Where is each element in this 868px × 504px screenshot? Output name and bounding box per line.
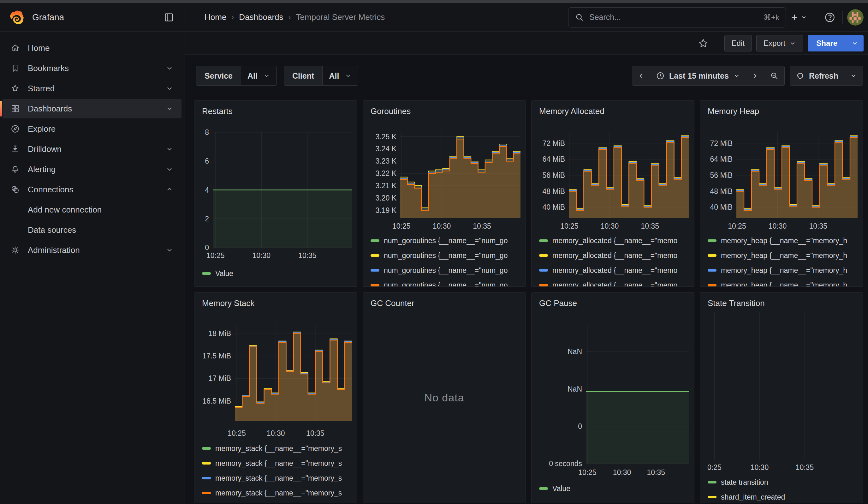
legend-label: memory_allocated {__name__="memo — [552, 251, 678, 260]
breadcrumb-dashboards[interactable]: Dashboards — [239, 12, 283, 22]
share-button-group: Share — [808, 35, 864, 51]
time-back-button[interactable] — [632, 66, 650, 85]
panel-title[interactable]: Goroutines — [371, 106, 411, 116]
chart-plot-area[interactable] — [213, 132, 352, 248]
sidebar-item-administration[interactable]: Administration — [2, 240, 182, 260]
legend-item[interactable]: memory_allocated {__name__="memo — [539, 266, 691, 275]
chevron-down-icon[interactable] — [166, 105, 173, 112]
refresh-interval-button[interactable] — [844, 66, 862, 85]
dock-sidebar-icon[interactable] — [161, 9, 177, 25]
sidebar-item-label: Drilldown — [28, 144, 166, 154]
chart-plot-area[interactable] — [586, 324, 689, 464]
x-axis-tick-label: 10:30 — [252, 251, 271, 260]
export-button[interactable]: Export — [756, 35, 803, 51]
time-range-picker[interactable]: Last 15 minutes — [650, 66, 746, 85]
legend-item[interactable]: memory_allocated {__name__="memo — [539, 280, 691, 286]
sidebar-item-explore[interactable]: Explore — [2, 119, 182, 138]
chart-plot-area[interactable] — [736, 132, 858, 218]
chevron-up-icon[interactable] — [166, 186, 173, 193]
x-axis-tick-label: 10:25 — [728, 222, 746, 230]
legend-item[interactable]: memory_heap {__name__="memory_h — [707, 236, 859, 245]
legend-item[interactable]: num_goroutines {__name__="num_go — [371, 251, 523, 260]
refresh-button[interactable]: Refresh — [790, 66, 844, 85]
service-variable-dropdown[interactable]: Service All — [196, 66, 277, 85]
chevron-down-icon[interactable] — [166, 85, 173, 92]
legend-item[interactable]: memory_stack {__name__="memory_s — [202, 459, 354, 468]
star-icon — [2, 84, 28, 93]
sidebar-item-data-sources[interactable]: Data sources — [2, 220, 182, 240]
y-axis-tick-label: 64 MiB — [710, 155, 733, 164]
x-axis-tick-label: 10:25 — [206, 251, 225, 260]
x-axis-tick-label: 10:30 — [768, 222, 787, 230]
legend-item[interactable]: num_goroutines {__name__="num_go — [371, 236, 523, 245]
panel-title[interactable]: Memory Stack — [202, 298, 255, 308]
legend-swatch — [539, 254, 548, 257]
edit-button[interactable]: Edit — [724, 35, 752, 51]
chart-plot-area[interactable] — [235, 324, 352, 421]
chart-plot-area[interactable] — [569, 132, 689, 218]
clock-icon — [656, 71, 665, 80]
avatar[interactable] — [847, 9, 864, 25]
legend-item[interactable]: memory_stack {__name__="memory_s — [202, 444, 354, 453]
legend-item[interactable]: memory_allocated {__name__="memo — [539, 236, 691, 245]
bell-icon — [2, 165, 28, 174]
panel-title[interactable]: State Transition — [707, 298, 765, 308]
share-menu-button[interactable] — [846, 35, 864, 51]
legend-item[interactable]: state transition — [707, 477, 859, 487]
time-forward-button[interactable] — [746, 66, 764, 85]
legend-item[interactable]: memory_stack {__name__="memory_s — [202, 473, 354, 483]
sidebar-item-drilldown[interactable]: Drilldown — [2, 139, 182, 159]
legend-item[interactable]: shard_item_created — [707, 492, 859, 502]
legend-item[interactable]: memory_stack {__name__="memory_s — [202, 488, 354, 498]
legend-item[interactable]: num_goroutines {__name__="num_go — [371, 280, 523, 286]
panel-title[interactable]: Memory Allocated — [539, 106, 604, 116]
chevron-down-icon — [851, 40, 858, 47]
legend-label: Value — [215, 269, 233, 278]
chevron-down-icon[interactable] — [166, 165, 173, 173]
breadcrumb-home[interactable]: Home — [205, 12, 226, 22]
panel-goroutines: Goroutines3.25 K3.24 K3.23 K3.22 K3.21 K… — [363, 101, 526, 287]
panel-memory-stack: Memory Stack18 MiB17.5 MiB17 MiB16.5 MiB… — [194, 292, 357, 503]
x-axis-tick-label: 10:35 — [641, 222, 659, 230]
sidebar-item-home[interactable]: Home — [2, 38, 182, 58]
sidebar-item-bookmarks[interactable]: Bookmarks — [2, 59, 182, 78]
sidebar-item-connections[interactable]: Connections — [2, 180, 182, 199]
sidebar-item-dashboards[interactable]: Dashboards — [2, 99, 182, 119]
panel-title[interactable]: GC Pause — [539, 298, 577, 308]
chart-plot-area[interactable] — [702, 312, 858, 460]
chart-plot-area[interactable] — [400, 132, 520, 218]
legend-item[interactable]: memory_heap {__name__="memory_h — [707, 266, 859, 275]
new-menu-button[interactable] — [786, 9, 813, 25]
zoom-out-button[interactable] — [764, 66, 784, 85]
client-variable-label: Client — [284, 66, 323, 85]
x-axis-tick-label: 10:25 — [578, 468, 597, 477]
favorite-star-icon[interactable] — [695, 35, 711, 51]
variables-row: Service All Client All — [196, 66, 863, 85]
client-variable-dropdown[interactable]: Client All — [284, 66, 358, 85]
legend-item[interactable]: num_goroutines {__name__="num_go — [371, 266, 523, 275]
legend-swatch — [707, 284, 716, 286]
grafana-logo[interactable] — [9, 10, 24, 25]
refresh-group: Refresh — [790, 66, 863, 85]
sidebar-item-label: Starred — [28, 84, 166, 93]
help-icon[interactable] — [822, 9, 838, 25]
y-axis-tick-label: 3.20 K — [375, 194, 397, 202]
chevron-down-icon[interactable] — [166, 145, 173, 153]
legend-item[interactable]: memory_allocated {__name__="memo — [539, 251, 691, 260]
panel-title[interactable]: Memory Heap — [707, 106, 759, 116]
legend-item[interactable]: Value — [539, 484, 691, 493]
y-axis-tick-label: 0 — [578, 422, 582, 430]
legend-item[interactable]: memory_heap {__name__="memory_h — [707, 251, 859, 260]
service-variable-label: Service — [196, 66, 241, 85]
share-button[interactable]: Share — [808, 35, 846, 51]
legend-item[interactable]: Value — [202, 269, 354, 278]
legend-item[interactable]: memory_heap {__name__="memory_h — [707, 280, 859, 286]
sidebar-item-starred[interactable]: Starred — [2, 79, 182, 98]
sidebar-item-add-new-connection[interactable]: Add new connection — [2, 200, 182, 219]
chevron-down-icon[interactable] — [166, 64, 173, 72]
y-axis-tick-label: 6 — [205, 157, 209, 165]
sidebar-item-alerting[interactable]: Alerting — [2, 160, 182, 179]
chevron-down-icon[interactable] — [166, 246, 173, 254]
panel-title[interactable]: Restarts — [202, 106, 232, 116]
search-input[interactable]: Search... ⌘+k — [568, 7, 786, 28]
